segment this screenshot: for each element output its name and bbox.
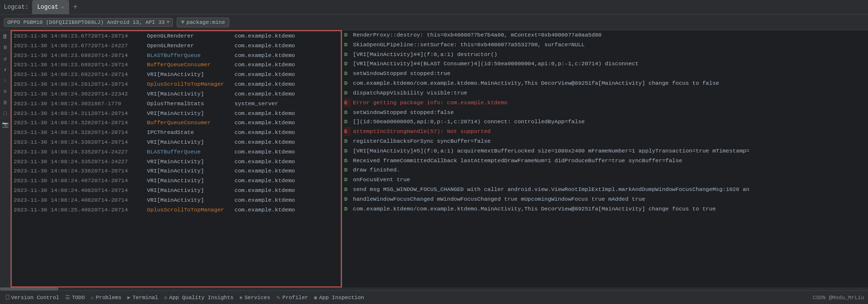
window-icon[interactable]: □ bbox=[2, 110, 8, 117]
table-row[interactable]: D [VRI[MainActivity]#4(BLAST Consumer)4]… bbox=[342, 59, 868, 69]
status-label-5: Services bbox=[244, 295, 270, 301]
status-bar: ⎕ Version Control ☰ TODO ⚠ Problems ▶ Te… bbox=[0, 290, 868, 304]
table-row[interactable]: D registerCallbacksForSync syncBuffer=fa… bbox=[342, 136, 868, 146]
log-level: D bbox=[344, 166, 351, 174]
scroll-down-icon[interactable]: ⬇ bbox=[2, 66, 8, 74]
log-message: registerCallbacksForSync syncBuffer=fals… bbox=[353, 137, 491, 146]
table-row[interactable]: 2023-11-30 14:08:24.302 20714-22342 VRI[… bbox=[12, 89, 341, 99]
table-row[interactable]: 2023-11-30 14:08:23.677 20714-20714 Open… bbox=[12, 31, 341, 41]
status-icon-1: ☰ bbox=[65, 294, 70, 301]
table-row[interactable]: E attemptIncStrongHandle(57): Not suppor… bbox=[342, 127, 868, 136]
toolbar: OPPO PGBM10 (D6FQIZIB6PTO89LJ) Android 1… bbox=[0, 15, 868, 30]
log-message: RenderProxy::destroy: this=0xb4000077be7… bbox=[353, 31, 602, 39]
log-pkg: com.example.ktdemo bbox=[235, 196, 295, 205]
status-item-terminal[interactable]: ▶ Terminal bbox=[126, 293, 160, 302]
table-row[interactable]: E Error getting package info: com.exampl… bbox=[342, 98, 868, 108]
status-bar-right-text: CSDN @Modu_MrLiu bbox=[813, 295, 864, 301]
filter-list-icon[interactable]: ≡ bbox=[2, 88, 8, 95]
table-row[interactable]: 2023-11-30 14:08:24.408 20714-20714 VRI[… bbox=[12, 195, 341, 205]
status-item-profiler[interactable]: ∿ Profiler bbox=[274, 293, 310, 302]
table-row[interactable]: 2023-11-30 14:08:23.689 20714-20714 BLAS… bbox=[12, 51, 341, 60]
table-row[interactable]: D send msg MSG_WINDOW_FOCUS_CHANGED with… bbox=[342, 185, 868, 194]
log-tag: VRI[MainActivity] bbox=[147, 186, 235, 195]
table-row[interactable]: 2023-11-30 14:08:24.335 20714-24227 VRI[… bbox=[12, 157, 341, 167]
table-row[interactable]: 2023-11-30 14:08:24.407 20714-20714 VRI[… bbox=[12, 176, 341, 186]
log-level: D bbox=[344, 31, 351, 39]
table-row[interactable]: D RenderProxy::destroy: this=0xb4000077b… bbox=[342, 30, 868, 40]
table-row[interactable]: D com.example.ktdemo/com.example.ktdemo.… bbox=[342, 204, 868, 214]
log-tag: VRI[MainActivity] bbox=[147, 70, 235, 79]
table-row[interactable]: D draw finished. bbox=[342, 165, 868, 175]
table-row[interactable]: D handleWindowFocusChanged mWindowFocusC… bbox=[342, 194, 868, 204]
log-pkg: com.example.ktdemo bbox=[235, 80, 295, 89]
scroll-up-icon[interactable]: ↑ bbox=[2, 77, 8, 85]
status-item-services[interactable]: ◈ Services bbox=[238, 293, 272, 302]
log-level: D bbox=[344, 137, 351, 146]
log-pid: 20714-20714 bbox=[91, 60, 147, 69]
table-row[interactable]: 2023-11-30 14:08:24.330 20714-20714 VRI[… bbox=[12, 137, 341, 147]
refresh-icon[interactable]: ↺ bbox=[2, 55, 8, 63]
table-row[interactable]: D onFocusEvent true bbox=[342, 175, 868, 185]
table-row[interactable]: D Received frameCommittedCallback lastAt… bbox=[342, 156, 868, 166]
table-row[interactable]: D com.example.ktdemo/com.example.ktdemo.… bbox=[342, 78, 868, 88]
status-label-2: Problems bbox=[96, 295, 122, 301]
tab-logcat[interactable]: Logcat ✕ bbox=[32, 0, 69, 14]
status-label-3: Terminal bbox=[132, 295, 158, 301]
log-date: 2023-11-30 14:08:23.689 bbox=[14, 51, 91, 60]
status-icon-0: ⎕ bbox=[6, 294, 9, 301]
add-tab-button[interactable]: + bbox=[70, 3, 81, 12]
filter-label: package:mine bbox=[186, 19, 225, 25]
device-selector[interactable]: OPPO PGBM10 (D6FQIZIB6PTO89LJ) Android 1… bbox=[4, 18, 173, 27]
table-row[interactable]: 2023-11-30 14:08:24.261 20714-20714 Oplu… bbox=[12, 79, 341, 89]
table-row[interactable]: D setWindowStopped stopped:true bbox=[342, 69, 868, 78]
status-item-app-quality-insights[interactable]: ◇ App Quality Insights bbox=[162, 293, 236, 302]
status-icon-6: ∿ bbox=[276, 294, 280, 301]
settings-icon[interactable]: ≣ bbox=[2, 98, 8, 107]
delete-icon[interactable]: 🗑 bbox=[1, 32, 9, 40]
log-pkg: com.example.ktdemo bbox=[235, 148, 295, 156]
table-row[interactable]: D setWindowStopped stopped:false bbox=[342, 108, 868, 117]
right-log-content[interactable]: D RenderProxy::destroy: this=0xb4000077b… bbox=[342, 30, 868, 287]
table-row[interactable]: D dispatchAppVisibility visible:true bbox=[342, 88, 868, 98]
table-row[interactable]: 2023-11-30 14:08:24.303 1667-1770 OplusT… bbox=[12, 99, 341, 109]
table-row[interactable]: D [](id:50ea00000005,api:0,p:-1,c:20714)… bbox=[342, 117, 868, 127]
log-panels: 2023-11-30 14:08:23.677 20714-20714 Open… bbox=[11, 30, 868, 287]
log-date: 2023-11-30 14:08:24.328 bbox=[14, 128, 91, 137]
table-row[interactable]: 2023-11-30 14:08:24.335 20714-24227 BLAS… bbox=[12, 147, 341, 157]
log-level: E bbox=[344, 98, 351, 107]
pause-icon[interactable]: ⏸ bbox=[1, 43, 9, 52]
status-item-problems[interactable]: ⚠ Problems bbox=[89, 293, 123, 302]
log-level: D bbox=[344, 69, 351, 78]
table-row[interactable]: D SkiaOpenGLPipeline::setSurface: this=0… bbox=[342, 40, 868, 50]
log-pkg: com.example.ktdemo bbox=[235, 60, 295, 69]
table-row[interactable]: 2023-11-30 14:08:24.408 20714-20714 VRI[… bbox=[12, 186, 341, 195]
log-date: 2023-11-30 14:08:24.408 bbox=[14, 186, 91, 195]
table-row[interactable]: 2023-11-30 14:08:24.328 20714-20714 IPCT… bbox=[12, 128, 341, 137]
table-row[interactable]: 2023-11-30 14:08:25.409 20714-20714 Oplu… bbox=[12, 205, 341, 215]
close-icon[interactable]: ✕ bbox=[61, 4, 64, 10]
log-date: 2023-11-30 14:08:24.311 bbox=[14, 109, 91, 118]
camera-icon[interactable]: 📷 bbox=[1, 120, 10, 129]
table-row[interactable]: D [VRI[MainActivity]#5](f:0,a:1) acquire… bbox=[342, 146, 868, 156]
log-pid: 20714-20714 bbox=[91, 128, 147, 137]
filter-box[interactable]: ▼ package:mine bbox=[177, 18, 229, 27]
status-label-6: Profiler bbox=[282, 295, 308, 301]
table-row[interactable]: D [VRI[MainActivity]#4](f:0,a:1) destruc… bbox=[342, 50, 868, 59]
log-level: E bbox=[344, 127, 351, 136]
status-item-version-control[interactable]: ⎕ Version Control bbox=[4, 293, 61, 302]
log-level: D bbox=[344, 50, 351, 59]
table-row[interactable]: 2023-11-30 14:08:24.311 20714-20714 VRI[… bbox=[12, 109, 341, 118]
table-row[interactable]: 2023-11-30 14:08:24.328 20714-20714 Buff… bbox=[12, 118, 341, 128]
log-pkg: system_server bbox=[235, 99, 278, 108]
log-date: 2023-11-30 14:08:25.409 bbox=[14, 206, 91, 214]
table-row[interactable]: 2023-11-30 14:08:24.336 20714-20714 VRI[… bbox=[12, 166, 341, 176]
table-row[interactable]: 2023-11-30 14:08:23.677 20714-24227 Open… bbox=[12, 41, 341, 51]
right-log-panel: D RenderProxy::destroy: this=0xb4000077b… bbox=[342, 30, 868, 287]
status-item-app-inspection[interactable]: ◉ App Inspection bbox=[312, 293, 366, 302]
status-item-todo[interactable]: ☰ TODO bbox=[63, 293, 87, 302]
log-date: 2023-11-30 14:08:24.330 bbox=[14, 138, 91, 147]
table-row[interactable]: 2023-11-30 14:08:23.689 20714-20714 Buff… bbox=[12, 60, 341, 70]
table-row[interactable]: 2023-11-30 14:08:23.692 20714-20714 VRI[… bbox=[12, 70, 341, 79]
left-log-content[interactable]: 2023-11-30 14:08:23.677 20714-20714 Open… bbox=[12, 31, 341, 286]
log-message: [VRI[MainActivity]#4(BLAST Consumer)4](i… bbox=[353, 59, 639, 68]
